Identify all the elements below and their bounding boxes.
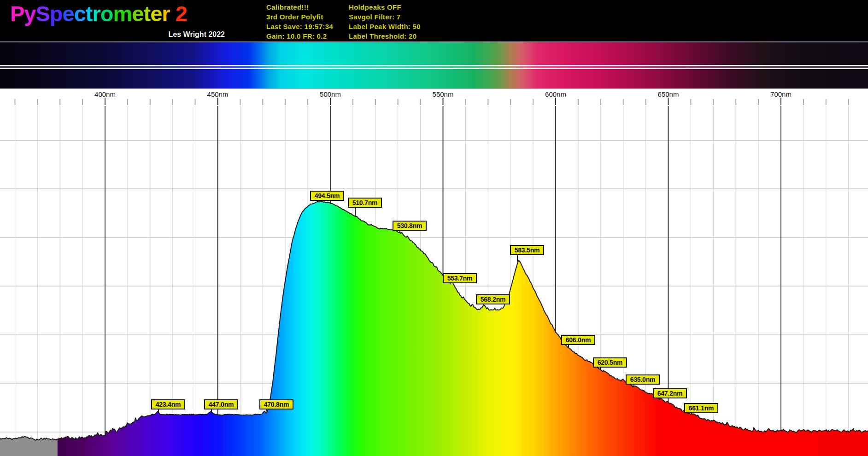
logo-letter: e — [63, 1, 74, 26]
axis-tick-label: 700nm — [762, 90, 799, 98]
status-line: 3rd Order Polyfit — [266, 12, 333, 22]
peak-label: 620.5nm — [593, 357, 627, 368]
logo-letter: 2 — [176, 1, 187, 26]
sample-row-line — [0, 65, 868, 66]
band-top-border — [0, 41, 868, 42]
logo-letter: c — [74, 1, 86, 26]
logo-letter: S — [36, 1, 50, 26]
status-line: Holdpeaks OFF — [349, 2, 421, 12]
status-line: Gain: 10.0 FR: 0.2 — [266, 31, 333, 41]
logo-letter: e — [150, 1, 162, 26]
logo-letter: t — [143, 1, 150, 26]
peak-label: 583.5nm — [510, 245, 544, 255]
status-line: Last Save: 19:57:34 — [266, 22, 333, 31]
pyspectrometer-window: PySpectrometer 2 Les Wright 2022 Calibra… — [0, 0, 868, 456]
peak-label: 661.1nm — [684, 403, 718, 413]
peak-label: 553.7nm — [443, 273, 477, 283]
sample-row-line — [0, 68, 868, 69]
status-line: Calibrated!!! — [266, 2, 333, 12]
status-line: Label Peak Width: 50 — [349, 22, 421, 31]
logo-letter: r — [93, 1, 100, 26]
axis-tick-label: 400nm — [87, 90, 123, 98]
logo-letter: P — [10, 1, 24, 26]
header-bar: PySpectrometer 2 Les Wright 2022 Calibra… — [0, 0, 868, 42]
logo-letter: m — [113, 1, 132, 26]
axis-tick-label: 600nm — [537, 90, 574, 98]
peak-label: 568.2nm — [476, 294, 510, 304]
status-column-left: Calibrated!!!3rd Order PolyfitLast Save:… — [266, 2, 333, 41]
axis-tick-label: 650nm — [650, 90, 687, 98]
logo-subtitle: Les Wright 2022 — [10, 30, 225, 39]
axis-tick-label: 550nm — [425, 90, 462, 98]
app-logo: PySpectrometer 2 — [10, 1, 187, 26]
peak-label: 510.7nm — [348, 198, 382, 208]
peak-label: 470.8nm — [259, 399, 293, 409]
status-column-right: Holdpeaks OFFSavgol Filter: 7Label Peak … — [349, 2, 421, 41]
axis-tick-label: 450nm — [199, 90, 236, 98]
camera-spectrum-band — [0, 42, 868, 89]
peak-label: 530.8nm — [393, 221, 427, 231]
peak-label: 606.0nm — [561, 335, 595, 345]
axis-tick-label: 500nm — [312, 90, 349, 98]
wavelength-scale: 400nm450nm500nm550nm600nm650nm700nm — [0, 89, 868, 106]
logo-letter: y — [24, 1, 35, 26]
peak-label: 494.5nm — [310, 191, 344, 201]
logo-letter: p — [50, 1, 63, 26]
peak-label: 635.0nm — [626, 374, 660, 385]
logo-letter: e — [132, 1, 143, 26]
peak-label: 423.4nm — [151, 399, 185, 409]
logo-letter — [170, 1, 176, 26]
peak-label: 447.0nm — [204, 399, 238, 409]
status-line: Label Threshold: 20 — [349, 31, 421, 41]
peak-label: 647.2nm — [653, 388, 687, 398]
logo-letter: r — [162, 1, 170, 26]
logo-letter: t — [86, 1, 93, 26]
logo-letter: o — [100, 1, 113, 26]
status-line: Savgol Filter: 7 — [349, 12, 421, 22]
